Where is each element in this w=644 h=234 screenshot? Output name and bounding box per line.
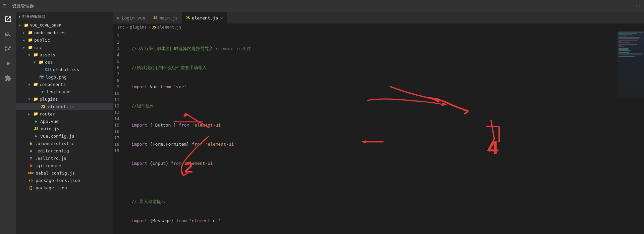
tree-item-components[interactable]: ▼ 📁 components (16, 81, 113, 88)
chevron-icon: ▼ (34, 60, 38, 64)
token: //组件组件 (131, 103, 154, 109)
folder-icon: 📁 (28, 30, 33, 35)
tree-item-editorconfig[interactable]: ⚙ .editorconfig (16, 147, 113, 154)
minimap-line (619, 45, 621, 46)
activity-explorer-icon: ☰ (3, 3, 7, 8)
code-line-7: import {Input} from 'element-ui' (131, 160, 617, 167)
ln-2: 2 (113, 39, 125, 45)
tree-item-assets[interactable]: ▼ 📁 assets (16, 51, 113, 58)
breadcrumb-src: src (117, 25, 125, 30)
extensions-activity-icon[interactable] (3, 74, 13, 83)
root-folder-icon: 📁 (23, 22, 29, 28)
open-editors-section: ▶ 打开的编辑器 (16, 12, 113, 21)
tree-item-global-css[interactable]: CSS global.css (16, 66, 113, 73)
tree-item-src[interactable]: ▼ 📁 src (16, 44, 113, 51)
tree-item-plugins[interactable]: ▼ 📁 plugins (16, 95, 113, 103)
project-root[interactable]: ▼ 📁 VUE_XCWL_SHOP (16, 21, 113, 29)
vue-icon: ▶ (40, 89, 46, 94)
git-activity-icon[interactable] (3, 44, 13, 53)
tree-item-logo[interactable]: 📷 logo.png (16, 73, 113, 81)
tree-item-vue-config[interactable]: ▶ vue.config.js (16, 132, 113, 140)
tree-item-browserslistrc[interactable]: ● .browserslistrc (16, 140, 113, 147)
tree-item-public[interactable]: ▶ 📁 public (16, 36, 113, 44)
root-chevron: ▼ (19, 24, 23, 27)
ln-6: 6 (113, 64, 125, 71)
token: {Form,FormItem} (147, 141, 192, 147)
tree-item-package-json[interactable]: {} package.json (16, 184, 113, 191)
code-line-8 (131, 179, 617, 186)
minimap-line (619, 56, 635, 57)
breadcrumb-plugins: plugins (130, 25, 147, 30)
activity-bar (0, 12, 16, 234)
line-numbers: 1 2 3 4 5 6 7 8 9 10 11 12 13 14 15 16 1 (113, 31, 130, 234)
item-label: assets (40, 52, 55, 57)
more-options-icon[interactable]: ··· (632, 3, 641, 9)
search-activity-icon[interactable] (3, 29, 13, 39)
js-tab-icon: JS (153, 16, 157, 20)
minimap-line (619, 48, 629, 49)
breadcrumb-js-icon: JS (152, 26, 156, 29)
tree-item-router[interactable]: ▶ 📁 router (16, 110, 113, 118)
tree-item-node-modules[interactable]: ▶ 📁 node_modules (16, 29, 113, 36)
tab-main-js[interactable]: JS main.js (149, 12, 182, 24)
breadcrumb-sep-1: › (126, 25, 128, 30)
ln-3: 3 (113, 45, 125, 52)
minimap-line (619, 38, 639, 39)
item-label: global.css (52, 67, 79, 72)
root-label: VUE_XCWL_SHOP (30, 23, 61, 28)
open-editors-toggle[interactable]: ▶ 打开的编辑器 (16, 13, 113, 20)
ln-16: 16 (113, 128, 125, 135)
explorer-activity-icon[interactable] (3, 14, 13, 24)
minimap-line (619, 46, 624, 47)
token: //所以我们用到什么组件需要手动导入 (131, 64, 207, 71)
ln-15: 15 (113, 122, 125, 128)
ln-11: 11 (113, 96, 125, 103)
tree-item-package-lock[interactable]: {} package-lock.json (16, 177, 113, 184)
assets-folder-icon: 📁 (33, 52, 38, 57)
token: {Message} (147, 218, 176, 224)
item-label: css (45, 60, 53, 65)
tree-item-element-js[interactable]: JS element.js (16, 103, 113, 110)
chevron-icon: ▼ (28, 97, 32, 101)
top-bar: ☰ 资源管理器 ··· (0, 0, 644, 12)
code-editor[interactable]: 1 2 3 4 5 6 7 8 9 10 11 12 13 14 15 16 1 (113, 31, 617, 234)
tree-item-login-vue[interactable]: ▶ Login.vue (16, 88, 113, 95)
chevron-icon: ▶ (23, 38, 27, 42)
item-label: public (34, 38, 50, 43)
js-tab-icon-active: JS (186, 16, 190, 20)
close-tab-button[interactable]: ✕ (220, 15, 223, 20)
token: from (160, 84, 171, 90)
item-label: element.js (47, 104, 74, 109)
tree-item-app-vue[interactable]: ▶ App.vue (16, 118, 113, 125)
item-label: App.vue (40, 119, 59, 124)
item-label: .eslintrc.js (35, 156, 66, 161)
minimap-line (619, 33, 637, 34)
token: 'element-ui' (189, 122, 223, 128)
plugins-folder-icon: 📁 (33, 96, 38, 102)
item-label: .gitignore (35, 163, 61, 168)
tree-item-eslintrc[interactable]: ⚙ .eslintrc.js (16, 154, 113, 162)
item-label: main.js (40, 126, 59, 131)
tree-item-gitignore[interactable]: ● .gitignore (16, 162, 113, 169)
token: // 因为我们创建项目时选择的是按需导入 element-ui组件 (131, 45, 251, 52)
debug-activity-icon[interactable] (3, 59, 13, 68)
ln-7: 7 (113, 71, 125, 77)
css-folder-icon: 📁 (38, 59, 44, 65)
minimap-line (619, 36, 627, 37)
tree-item-css[interactable]: ▼ 📁 css (16, 58, 113, 66)
js-icon: JS (40, 104, 46, 109)
token: 'element-ui' (181, 160, 216, 167)
tree-item-babel[interactable]: abc babel.config.js (16, 169, 113, 177)
minimap-line (619, 44, 637, 45)
ln-9: 9 (113, 84, 125, 90)
code-line-1: // 因为我们创建项目时选择的是按需导入 element-ui组件 (131, 45, 617, 52)
item-label: .editorconfig (35, 148, 69, 153)
tree-item-main-js[interactable]: JS main.js (16, 125, 113, 132)
tab-element-js[interactable]: JS element.js ✕ (182, 12, 227, 24)
token: Vue (147, 84, 160, 90)
tab-login-vue[interactable]: ▶ Login.vue (113, 12, 149, 24)
comp-folder-icon: 📁 (33, 82, 38, 87)
ln-19: 19 (113, 147, 125, 154)
dot-icon: ● (28, 141, 34, 146)
code-line-6: import {Form,FormItem} from 'element-ui' (131, 141, 617, 147)
